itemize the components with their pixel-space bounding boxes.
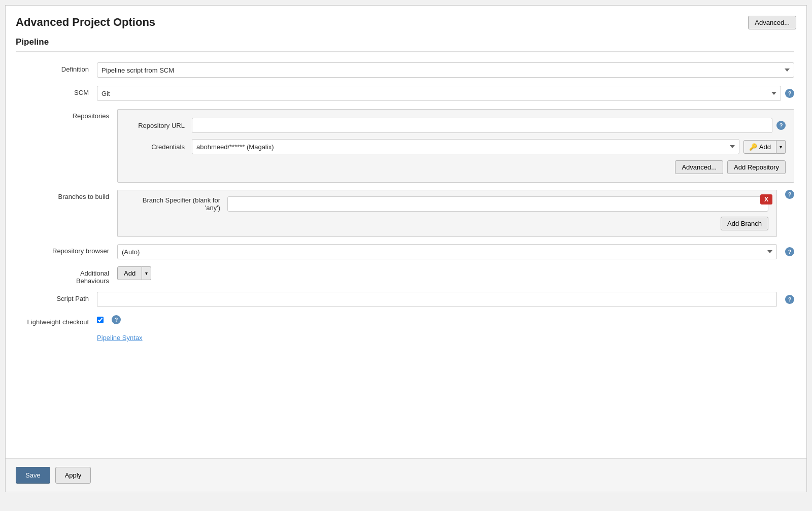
branches-section: X Branch Specifier (blank for 'any') */m…: [117, 190, 777, 237]
additional-behaviours-label: Additional Behaviours: [46, 266, 117, 285]
scm-select-wrap: Git: [97, 86, 781, 101]
add-repository-button[interactable]: Add Repository: [727, 160, 786, 174]
script-path-input[interactable]: Jenkinsfile: [97, 292, 777, 307]
additional-behaviours-control: Add ▾: [117, 266, 794, 280]
add-behaviour-chevron-icon: ▾: [145, 270, 148, 276]
branches-row: Branches to build X Branch Specifier (bl…: [46, 190, 794, 237]
lightweight-checkout-checkbox-wrap: [97, 317, 104, 323]
key-icon: 🔑: [749, 143, 757, 151]
branch-specifier-label: Branch Specifier (blank for 'any'): [126, 196, 227, 212]
repo-url-label: Repository URL: [126, 122, 192, 129]
repositories-label: Repositories: [46, 109, 117, 120]
repo-url-input[interactable]: https://github.com/MagalixCorp/k8scicd.g…: [192, 118, 772, 133]
additional-behaviours-row: Additional Behaviours Add ▾: [46, 266, 794, 285]
lightweight-checkout-label: Lightweight checkout: [16, 315, 97, 326]
pipeline-syntax-wrap: Pipeline Syntax: [97, 334, 794, 342]
add-behaviour-group: Add ▾: [117, 266, 151, 280]
repositories-section: Repository URL https://github.com/Magali…: [117, 109, 794, 183]
script-path-label: Script Path: [16, 292, 97, 302]
credentials-label: Credentials: [126, 143, 192, 151]
lightweight-checkout-checkbox[interactable]: [97, 317, 104, 323]
script-path-row: Script Path Jenkinsfile ?: [16, 292, 794, 307]
definition-label: Definition: [16, 62, 97, 73]
branches-control: X Branch Specifier (blank for 'any') */m…: [117, 190, 794, 237]
advanced-top-button[interactable]: Advanced...: [748, 16, 796, 29]
repo-browser-control: (Auto) ?: [117, 244, 794, 259]
definition-select[interactable]: Pipeline script from SCM: [97, 62, 794, 78]
scm-form-section: Repositories Repository URL https://gith…: [46, 109, 794, 285]
add-behaviour-button[interactable]: Add: [117, 266, 142, 280]
add-behaviour-arrow-button[interactable]: ▾: [142, 266, 151, 280]
apply-button[interactable]: Apply: [55, 467, 91, 484]
scm-row: SCM Git ?: [16, 86, 794, 101]
repo-url-row: Repository URL https://github.com/Magali…: [126, 118, 786, 133]
script-path-control: Jenkinsfile ?: [97, 292, 794, 307]
repositories-control: Repository URL https://github.com/Magali…: [117, 109, 794, 183]
lightweight-checkout-help-icon[interactable]: ?: [112, 315, 121, 324]
repo-browser-label: Repository browser: [46, 244, 117, 255]
lightweight-checkout-row: Lightweight checkout ?: [16, 315, 794, 326]
pipeline-section-title: Pipeline: [16, 37, 794, 52]
credentials-control: abohmeed/****** (Magalix) 🔑 Add: [192, 139, 786, 154]
lightweight-checkout-control: ?: [97, 315, 794, 324]
branches-help-icon[interactable]: ?: [785, 190, 794, 199]
definition-control: Pipeline script from SCM: [97, 62, 794, 78]
repo-browser-row: Repository browser (Auto) ?: [46, 244, 794, 259]
repo-url-input-wrap: https://github.com/MagalixCorp/k8scicd.g…: [192, 118, 772, 133]
repositories-row: Repositories Repository URL https://gith…: [46, 109, 794, 183]
scm-select-row: Git ?: [97, 86, 794, 101]
repo-footer: Advanced... Add Repository: [126, 160, 786, 174]
credentials-row: Credentials abohmeed/****** (Magalix): [126, 139, 786, 154]
add-key-arrow-button[interactable]: ▾: [776, 140, 786, 154]
page-title: Advanced Project Options: [16, 16, 794, 29]
pipeline-section: Pipeline Definition Pipeline script from…: [16, 37, 794, 342]
add-branch-row: Add Branch: [126, 217, 768, 230]
save-button[interactable]: Save: [16, 467, 50, 484]
bottom-bar: Save Apply: [6, 458, 806, 492]
branches-label: Branches to build: [46, 190, 117, 200]
scm-help-icon[interactable]: ?: [785, 89, 794, 98]
repo-browser-select[interactable]: (Auto): [117, 244, 777, 259]
repo-url-help-icon[interactable]: ?: [776, 121, 786, 130]
scm-label: SCM: [16, 86, 97, 96]
remove-branch-button[interactable]: X: [760, 194, 772, 205]
advanced-top-button-wrap: Advanced...: [748, 16, 796, 29]
credentials-select-wrap: abohmeed/****** (Magalix): [192, 139, 739, 154]
add-branch-button[interactable]: Add Branch: [721, 217, 768, 230]
page-container: Advanced Project Options Advanced... Pip…: [5, 5, 807, 492]
repo-advanced-button[interactable]: Advanced...: [675, 160, 723, 174]
repo-browser-help-icon[interactable]: ?: [785, 247, 794, 256]
add-key-button[interactable]: 🔑 Add: [743, 140, 776, 154]
script-path-help-icon[interactable]: ?: [785, 295, 794, 304]
branch-specifier-input-wrap: */master: [227, 196, 768, 212]
add-key-label: Add: [759, 143, 771, 151]
scm-control: Git ?: [97, 86, 794, 101]
chevron-down-icon: ▾: [780, 144, 782, 150]
credentials-select[interactable]: abohmeed/****** (Magalix): [192, 139, 739, 154]
definition-row: Definition Pipeline script from SCM: [16, 62, 794, 78]
branch-specifier-row: Branch Specifier (blank for 'any') */mas…: [126, 196, 768, 212]
add-key-group: 🔑 Add ▾: [743, 140, 786, 154]
pipeline-syntax-link[interactable]: Pipeline Syntax: [97, 334, 143, 342]
branch-specifier-input[interactable]: */master: [227, 196, 768, 212]
scm-select[interactable]: Git: [97, 86, 781, 101]
